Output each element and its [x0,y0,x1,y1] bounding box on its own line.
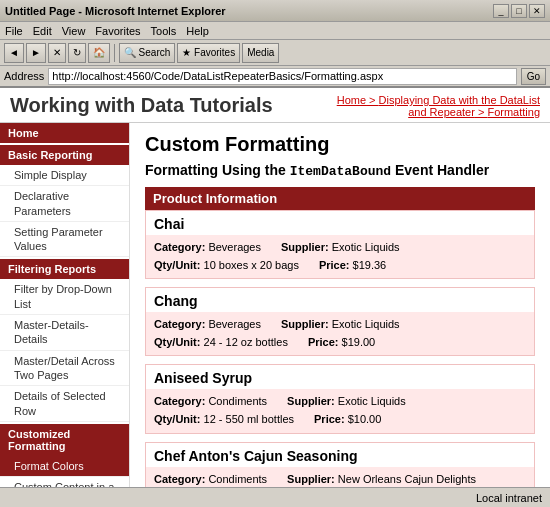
category-label: Category: Beverages [154,239,261,257]
breadcrumb-home[interactable]: Home [337,94,366,106]
sidebar-heading-customized: Customized Formatting [0,424,129,456]
category-label: Category: Condiments [154,393,267,411]
supplier-label: Supplier: Exotic Liquids [281,316,400,334]
home-button[interactable]: 🏠 [88,43,110,63]
product-details: Category: Beverages Supplier: Exotic Liq… [146,235,534,278]
price-label: Price: $19.36 [319,257,386,275]
address-bar: Address Go [0,66,550,88]
maximize-button[interactable]: □ [511,4,527,18]
price-label: Price: $10.00 [314,411,381,429]
site-title: Working with Data Tutorials [10,94,273,117]
product-details: Category: Condiments Supplier: New Orlea… [146,467,534,487]
product-details-row1: Category: Condiments Supplier: Exotic Li… [154,393,526,411]
product-item: Aniseed Syrup Category: Condiments Suppl… [145,364,535,433]
breadcrumb: Home > Displaying Data with the DataList… [320,94,540,118]
sidebar-home[interactable]: Home [0,123,129,143]
menu-edit[interactable]: Edit [33,25,52,37]
sidebar-item-filter-dropdown[interactable]: Filter by Drop-Down List [0,279,129,315]
qty-unit-label: Qty/Unit: 10 boxes x 20 bags [154,257,299,275]
go-button[interactable]: Go [521,68,546,85]
back-button[interactable]: ◄ [4,43,24,63]
stop-button[interactable]: ✕ [48,43,66,63]
product-name: Aniseed Syrup [146,365,534,389]
section-heading-code: ItemDataBound [290,164,391,179]
menu-tools[interactable]: Tools [151,25,177,37]
search-button[interactable]: 🔍 Search [119,43,175,63]
window-title: Untitled Page - Microsoft Internet Explo… [5,5,226,17]
menu-file[interactable]: File [5,25,23,37]
product-name: Chang [146,288,534,312]
title-bar: Untitled Page - Microsoft Internet Explo… [0,0,550,22]
main-content: Custom Formatting Formatting Using the I… [130,123,550,487]
product-name: Chai [146,211,534,235]
minimize-button[interactable]: _ [493,4,509,18]
content-area: Home Basic Reporting Simple Display Decl… [0,123,550,487]
sidebar-item-custom-gridview[interactable]: Custom Content in a GridView [0,477,129,487]
category-label: Category: Condiments [154,471,267,487]
sidebar-item-declarative[interactable]: Declarative Parameters [0,186,129,222]
address-label: Address [4,70,44,82]
section-heading-rest: Event Handler [391,162,489,178]
sidebar-heading-filtering: Filtering Reports [0,259,129,279]
product-item: Chai Category: Beverages Supplier: Exoti… [145,210,535,279]
window-controls: _ □ ✕ [493,4,545,18]
product-details-row1: Category: Beverages Supplier: Exotic Liq… [154,316,526,334]
sidebar-item-details-selected[interactable]: Details of Selected Row [0,386,129,422]
sidebar-heading-basic: Basic Reporting [0,145,129,165]
product-item: Chef Anton's Cajun Seasoning Category: C… [145,442,535,487]
product-header: Product Information [145,187,535,210]
sidebar-item-format-colors-active[interactable]: Format Colors [0,456,129,477]
product-details: Category: Beverages Supplier: Exotic Liq… [146,312,534,355]
section-heading-text: Formatting Using the [145,162,290,178]
sidebar-item-setting-param[interactable]: Setting Parameter Values [0,222,129,258]
product-details-row2: Qty/Unit: 12 - 550 ml bottles Price: $10… [154,411,526,429]
section-title: Formatting Using the ItemDataBound Event… [145,162,535,179]
menu-view[interactable]: View [62,25,86,37]
sidebar-item-master-detail-pages[interactable]: Master/Detail Across Two Pages [0,351,129,387]
sidebar: Home Basic Reporting Simple Display Decl… [0,123,130,487]
category-label: Category: Beverages [154,316,261,334]
toolbar: ◄ ► ✕ ↻ 🏠 🔍 Search ★ Favorites Media [0,40,550,66]
product-details-row2: Qty/Unit: 24 - 12 oz bottles Price: $19.… [154,334,526,352]
qty-unit-label: Qty/Unit: 12 - 550 ml bottles [154,411,294,429]
products-container: Chai Category: Beverages Supplier: Exoti… [145,210,535,487]
favorites-button[interactable]: ★ Favorites [177,43,240,63]
close-button[interactable]: ✕ [529,4,545,18]
product-item: Chang Category: Beverages Supplier: Exot… [145,287,535,356]
status-bar: Local intranet [0,487,550,507]
menu-bar: File Edit View Favorites Tools Help [0,22,550,40]
page-content: Working with Data Tutorials Home > Displ… [0,88,550,487]
supplier-label: Supplier: New Orleans Cajun Delights [287,471,476,487]
sidebar-item-master-details[interactable]: Master-Details-Details [0,315,129,351]
page-header: Working with Data Tutorials Home > Displ… [0,88,550,123]
qty-unit-label: Qty/Unit: 24 - 12 oz bottles [154,334,288,352]
supplier-label: Supplier: Exotic Liquids [281,239,400,257]
forward-button[interactable]: ► [26,43,46,63]
sidebar-item-simple-display[interactable]: Simple Display [0,165,129,186]
product-details-row2: Qty/Unit: 10 boxes x 20 bags Price: $19.… [154,257,526,275]
media-button[interactable]: Media [242,43,279,63]
menu-favorites[interactable]: Favorites [95,25,140,37]
product-details: Category: Condiments Supplier: Exotic Li… [146,389,534,432]
price-label: Price: $19.00 [308,334,375,352]
supplier-label: Supplier: Exotic Liquids [287,393,406,411]
address-input[interactable] [48,68,516,85]
breadcrumb-page: Formatting [487,106,540,118]
menu-help[interactable]: Help [186,25,209,37]
product-name: Chef Anton's Cajun Seasoning [146,443,534,467]
status-zone: Local intranet [476,492,542,504]
refresh-button[interactable]: ↻ [68,43,86,63]
product-details-row1: Category: Beverages Supplier: Exotic Liq… [154,239,526,257]
product-details-row1: Category: Condiments Supplier: New Orlea… [154,471,526,487]
main-title: Custom Formatting [145,133,535,156]
toolbar-separator [114,44,115,62]
